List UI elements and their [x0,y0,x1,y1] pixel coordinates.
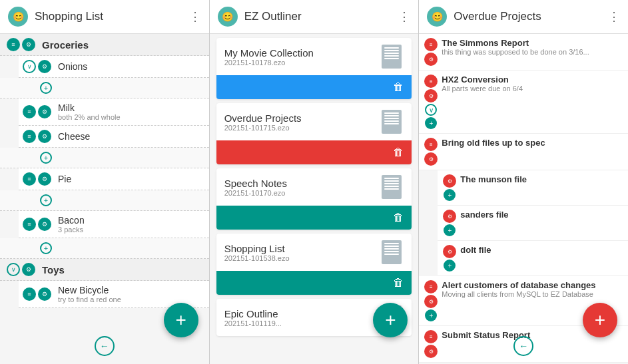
item-title: Groceries [42,39,202,51]
add-sub-row: + [0,238,209,259]
red-settings-icon[interactable]: ⚙ [424,89,438,102]
file-item[interactable]: Shopping List 202151-101538.ezo 🗑 [216,234,412,295]
red-settings-icon[interactable]: ⚙ [424,53,438,66]
item-title: Onions [58,61,202,72]
panel-ez-outliner: 😊 EZ Outliner ⋮ My Movie Collection 2021… [210,0,420,364]
item-title: Pie [58,174,202,184]
add-sub-icon[interactable]: + [444,260,456,272]
panel3-add-button[interactable]: + [583,303,617,337]
add-sub-icon[interactable]: + [40,194,52,206]
red-drag-icon: ≡ [424,138,438,151]
item-title: Toys [42,264,202,275]
add-sub-icon[interactable]: + [40,152,52,164]
settings-icon[interactable]: ⚙ [22,263,35,276]
list-item[interactable]: ≡ ⚙ Milk both 2% and whole [19,98,209,126]
file-item-body: My Movie Collection 202151-10178.ezo [216,38,412,75]
settings-icon[interactable]: ⚙ [38,172,51,186]
drag-icon: ≡ [23,218,36,231]
red-settings-icon[interactable]: ⚙ [443,210,456,223]
settings-icon[interactable]: ⚙ [38,60,51,73]
settings-icon[interactable]: ⚙ [38,105,51,118]
list-item[interactable]: ≡ ⚙ Pie [19,168,209,190]
panel2-menu-icon[interactable]: ⋮ [398,9,410,24]
file-name: My Movie Collection [224,47,380,59]
project-item[interactable]: ⚙ + dolt file [438,241,628,276]
red-settings-icon[interactable]: ⚙ [424,295,438,308]
expand-icon[interactable]: ∨ [23,60,36,73]
panel1-avatar: 😊 [8,7,28,27]
file-item-body: Overdue Projects 202151-101715.ezo [216,103,412,140]
expand-icon[interactable]: ∨ [7,263,20,276]
panel3-menu-icon[interactable]: ⋮ [608,9,620,24]
add-sub-icon[interactable]: + [40,82,52,94]
panel3-header: 😊 Overdue Projects ⋮ [419,0,628,34]
panel2-header: 😊 EZ Outliner ⋮ [210,0,419,34]
drag-icon: ≡ [23,105,36,118]
item-title: Cheese [58,131,202,142]
project-item[interactable]: ⚙ + sanders file [438,206,628,241]
panel1-add-button[interactable]: + [164,303,198,337]
drag-icon: ≡ [23,287,36,301]
file-item-body: Speech Notes 202151-10170.ezo [216,168,412,206]
file-item-body: Shopping List 202151-101538.ezo [216,234,412,271]
panel3-title: Overdue Projects [454,10,608,23]
add-sub-icon[interactable]: + [444,189,456,201]
trash-icon[interactable]: 🗑 [393,146,404,158]
project-title: Alert customers of database changes [442,280,623,290]
file-doc-icon [380,45,404,69]
panel3-back-button[interactable]: ← [513,336,533,356]
file-id: 202151-10178.ezo [224,59,380,67]
file-name: Shopping List [224,243,380,254]
settings-icon[interactable]: ⚙ [38,218,51,231]
list-item[interactable]: ∨ ⚙ Onions [19,56,209,78]
item-sub: both 2% and whole [58,113,202,121]
file-id: 202151-101538.ezo [224,254,380,262]
list-item[interactable]: ≡ ⚙ Bacon 3 packs [19,211,209,238]
item-title: New Bicycle [58,285,202,295]
project-title: Bring old files up to spec [442,138,623,148]
red-settings-icon[interactable]: ⚙ [443,174,456,188]
red-settings-icon[interactable]: ⚙ [424,152,438,166]
project-item[interactable]: ⚙ + The munson file [438,170,628,206]
panel2-avatar: 😊 [218,7,238,27]
add-sub-icon[interactable]: + [444,224,456,236]
add-sub-icon[interactable]: + [425,117,437,129]
panel1-menu-icon[interactable]: ⋮ [189,9,201,24]
red-drag-icon: ≡ [424,280,438,293]
add-sub-icon[interactable]: + [425,309,437,321]
project-item[interactable]: ≡ ⚙ The Simmons Report this thing was su… [419,34,628,71]
file-item[interactable]: Speech Notes 202151-10170.ezo 🗑 [216,168,412,230]
project-title: dolt file [460,245,623,255]
file-item[interactable]: My Movie Collection 202151-10178.ezo 🗑 [216,38,412,99]
red-settings-icon[interactable]: ⚙ [424,345,438,358]
settings-icon[interactable]: ⚙ [22,38,35,51]
project-item[interactable]: ≡ ⚙ Bring old files up to spec [419,134,628,170]
settings-icon[interactable]: ⚙ [38,287,51,301]
trash-icon[interactable]: 🗑 [393,212,404,224]
settings-icon[interactable]: ⚙ [38,130,51,143]
panel2-add-button[interactable]: + [373,303,408,337]
red-settings-icon[interactable]: ⚙ [443,245,456,258]
list-item[interactable]: ≡ ⚙ Cheese [19,126,209,148]
panel1-back-button[interactable]: ← [95,336,115,356]
item-title: Bacon [58,215,202,226]
panel2-title: EZ Outliner [244,10,399,23]
file-bar-blue: 🗑 [216,75,412,99]
expand-down-icon[interactable]: ∨ [425,104,437,116]
file-name: Epic Outline [224,308,380,319]
list-item[interactable]: ∨ ⚙ Toys [0,259,209,281]
panel1-title: Shopping List [35,10,189,23]
project-item[interactable]: ≡ ⚙ ∨ + HX2 Conversion All parts were du… [419,71,628,134]
panel-shopping-list: 😊 Shopping List ⋮ ≡ ⚙ Groceries ∨ ⚙ Onio… [0,0,210,364]
drag-icon: ≡ [7,38,20,51]
file-bar-red: 🗑 [216,140,412,164]
add-sub-icon[interactable]: + [40,242,52,254]
project-title: The Simmons Report [442,38,623,48]
file-bar-teal2: 🗑 [216,271,412,295]
project-sub: Moving all clients from MySQL to EZ Data… [442,290,623,298]
file-item[interactable]: Overdue Projects 202151-101715.ezo 🗑 [216,103,412,164]
list-item[interactable]: ≡ ⚙ Groceries [0,34,209,56]
trash-icon[interactable]: 🗑 [393,277,404,289]
trash-icon[interactable]: 🗑 [393,81,404,93]
project-sub: this thing was supposed to be done on 3/… [442,48,623,56]
